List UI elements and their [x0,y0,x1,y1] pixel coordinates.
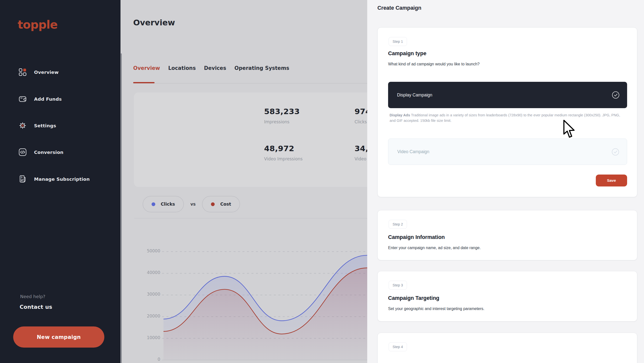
sidebar-item-label: Overview [34,70,59,75]
step2-heading: Campaign Information [388,234,445,240]
topple-logo: topple [18,18,58,31]
chart-legend: Clicks vs Cost [142,196,240,212]
tab-overview[interactable]: Overview [133,65,160,71]
create-campaign-drawer: Create Campaign Step 1 Campaign type Wha… [367,0,644,363]
step1-description: What kind of ad campaign would you like … [388,62,480,66]
contact-us-link[interactable]: Contact us [20,304,52,310]
sidebar-item-label: Manage Subscription [34,177,90,182]
sidebar-item-settings[interactable]: Settings [19,120,56,131]
sidebar-item-overview[interactable]: Overview [19,67,59,78]
wallet-icon [19,95,26,103]
legend-dot-cost [211,202,215,206]
step1-card: Step 1 Campaign type What kind of ad cam… [378,27,637,197]
sidebar-item-label: Conversion [34,150,63,155]
sidebar: topple Overview Add Funds [0,0,120,363]
sidebar-item-add-funds[interactable]: Add Funds [19,94,62,104]
app-screen: topple Overview Add Funds [0,0,644,363]
check-circle-icon [612,148,620,156]
tab-locations[interactable]: Locations [168,65,196,71]
display-ads-note: Display Ads Traditional image ads in a v… [390,113,622,124]
svg-text:$: $ [21,176,22,179]
step2-card[interactable]: Step 2 Campaign Information Enter your c… [378,210,637,260]
legend-divider [134,218,367,219]
option-video-campaign[interactable]: Video Campaign [388,139,627,165]
grid-icon [19,68,26,76]
scrollbar[interactable] [121,54,122,363]
code-icon [19,148,26,156]
sidebar-item-label: Add Funds [34,97,62,102]
legend-dot-clicks [152,202,155,206]
sidebar-item-conversion[interactable]: Conversion [19,147,63,158]
receipt-icon: $ [19,175,26,183]
tab-bar: Overview Locations Devices Operating Sys… [133,65,289,71]
sidebar-item-manage-subscription[interactable]: $ Manage Subscription [19,174,90,184]
tab-operating-systems[interactable]: Operating Systems [234,65,289,71]
stat-impressions: 583,233 Impressions [264,107,300,124]
step4-badge: Step 4 [388,342,407,351]
step3-heading: Campaign Targeting [388,295,439,301]
step3-card[interactable]: Step 3 Campaign Targeting Set your geogr… [378,271,637,321]
save-button[interactable]: Save [596,175,627,186]
sidebar-item-label: Settings [34,123,56,128]
step1-heading: Campaign type [388,51,426,57]
check-circle-icon [612,91,620,99]
stats-card: 583,233 Impressions 974 Clicks $2,637 Co… [134,93,378,187]
active-tab-underline [133,82,154,83]
need-help-text: Need help? [20,294,45,299]
legend-cost-pill[interactable]: Cost [202,196,240,212]
legend-vs-text: vs [190,202,196,207]
stat-video-impressions: 48,972 Video Impressions [264,144,302,161]
overview-page: Overview Overview Locations Devices Oper… [120,0,367,363]
new-campaign-button[interactable]: New campaign [13,326,104,347]
step3-badge: Step 3 [388,281,407,290]
legend-clicks-pill[interactable]: Clicks [142,196,184,212]
step1-badge: Step 1 [388,37,407,46]
tabs-divider [133,83,367,84]
clicks-cost-chart [156,246,367,363]
drawer-title: Create Campaign [378,5,422,11]
gear-icon [19,122,26,130]
step4-card[interactable]: Step 4 [378,333,637,363]
mouse-cursor [563,120,576,140]
step2-badge: Step 2 [388,220,407,229]
tab-devices[interactable]: Devices [204,65,226,71]
step2-description: Enter your campaign name, ad size, and d… [388,246,481,250]
step3-description: Set your geographic and interest targeti… [388,306,484,311]
page-title: Overview [133,18,175,27]
option-display-campaign[interactable]: Display Campaign [388,82,627,108]
